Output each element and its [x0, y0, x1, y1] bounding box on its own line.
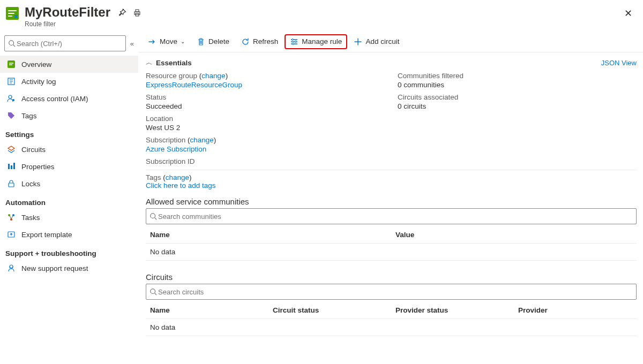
- sidebar: « Overview Activity log Access control (…: [0, 31, 138, 364]
- sidebar-item-access-control[interactable]: Access control (IAM): [0, 90, 138, 107]
- move-button[interactable]: Move ⌄: [144, 35, 189, 48]
- table-row: No data: [146, 319, 637, 336]
- communities-col-name[interactable]: Name: [146, 226, 391, 244]
- button-label: Manage rule: [302, 37, 342, 46]
- sidebar-item-new-support-request[interactable]: New support request: [0, 260, 138, 277]
- change-subscription-link[interactable]: change: [190, 136, 214, 144]
- sidebar-section-support: Support + troubleshooting: [0, 243, 138, 260]
- sidebar-item-label: Access control (IAM): [21, 95, 88, 103]
- manage-rule-icon: [290, 37, 298, 46]
- sidebar-item-label: Properties: [21, 163, 55, 171]
- circuits-col-status[interactable]: Circuit status: [268, 302, 391, 319]
- properties-icon: [6, 162, 16, 171]
- move-icon: [148, 37, 156, 46]
- essentials-header[interactable]: ︿ Essentials JSON View: [146, 56, 637, 70]
- sidebar-item-tags[interactable]: Tags: [0, 107, 138, 124]
- sidebar-search[interactable]: [4, 35, 126, 51]
- title-block: MyRouteFilter Route filter: [25, 5, 110, 28]
- change-tags-link[interactable]: change: [166, 173, 189, 181]
- table-row: No data: [146, 244, 637, 261]
- button-label: Move: [160, 37, 177, 46]
- communities-filtered-value: 0 communities: [398, 81, 637, 89]
- sidebar-item-tasks[interactable]: Tasks: [0, 209, 138, 226]
- communities-table: Name Value No data: [146, 226, 637, 261]
- circuits-associated-label: Circuits associated: [398, 93, 637, 101]
- essentials-label: Essentials: [156, 59, 192, 67]
- sidebar-item-circuits[interactable]: Circuits: [0, 141, 138, 158]
- svg-rect-12: [13, 163, 15, 169]
- circuits-search[interactable]: [146, 284, 637, 300]
- blade-header: MyRouteFilter Route filter ✕: [0, 0, 643, 31]
- subscription-value[interactable]: Azure Subscription: [146, 145, 206, 153]
- collapse-sidebar-icon[interactable]: «: [130, 40, 134, 48]
- tags-row: Tags (change) Click here to add tags: [146, 170, 637, 193]
- sidebar-item-label: Activity log: [21, 78, 56, 86]
- no-data-cell: No data: [146, 244, 637, 261]
- tasks-icon: [6, 213, 16, 222]
- manage-rule-button[interactable]: Manage rule: [286, 35, 346, 48]
- essentials-grid: Resource group (change) ExpressRouteReso…: [146, 70, 637, 170]
- communities-search[interactable]: [146, 208, 637, 224]
- svg-point-22: [151, 214, 155, 218]
- refresh-icon: [241, 37, 250, 46]
- json-view-link[interactable]: JSON View: [601, 59, 637, 67]
- sidebar-item-label: Overview: [21, 60, 51, 69]
- sidebar-item-properties[interactable]: Properties: [0, 158, 138, 175]
- circuits-col-name[interactable]: Name: [146, 302, 268, 319]
- no-data-cell: No data: [146, 319, 637, 336]
- overview-icon: [6, 59, 16, 69]
- sidebar-item-overview[interactable]: Overview: [0, 56, 138, 73]
- pin-icon[interactable]: [118, 9, 126, 17]
- circuits-col-provider[interactable]: Provider: [514, 302, 637, 319]
- page-subtitle: Route filter: [25, 20, 110, 28]
- circuits-col-provider-status[interactable]: Provider status: [391, 302, 514, 319]
- close-icon[interactable]: ✕: [620, 5, 637, 21]
- svg-rect-10: [8, 164, 10, 169]
- sidebar-item-export-template[interactable]: Export template: [0, 226, 138, 243]
- communities-search-input[interactable]: [157, 212, 633, 221]
- subscription-id-label: Subscription ID: [146, 157, 385, 165]
- delete-button[interactable]: Delete: [192, 35, 234, 48]
- add-circuit-button[interactable]: Add circuit: [349, 35, 403, 48]
- sidebar-item-locks[interactable]: Locks: [0, 175, 138, 192]
- button-label: Delete: [208, 37, 229, 46]
- command-bar: Move ⌄ Delete Refresh Manage rule Add ci…: [138, 31, 643, 52]
- sidebar-search-input[interactable]: [16, 39, 122, 48]
- status-label: Status: [146, 93, 385, 101]
- sidebar-section-settings: Settings: [0, 124, 138, 141]
- svg-point-8: [9, 95, 12, 98]
- lock-icon: [6, 179, 16, 188]
- change-resource-group-link[interactable]: change: [201, 72, 225, 80]
- svg-point-19: [292, 39, 294, 40]
- tags-label: Tags: [146, 173, 161, 181]
- delete-icon: [197, 37, 205, 46]
- refresh-button[interactable]: Refresh: [237, 35, 282, 48]
- resource-group-label: Resource group: [146, 72, 197, 80]
- route-filter-icon: [4, 5, 20, 21]
- resource-group-value[interactable]: ExpressRouteResourceGroup: [146, 81, 242, 89]
- svg-rect-2: [136, 10, 139, 12]
- circuits-section-title: Circuits: [146, 268, 637, 284]
- add-icon: [354, 37, 362, 46]
- chevron-down-icon: ⌄: [181, 39, 185, 44]
- sidebar-item-label: New support request: [21, 264, 88, 272]
- svg-point-21: [293, 43, 294, 44]
- button-label: Refresh: [253, 37, 278, 46]
- circuits-associated-value: 0 circuits: [398, 102, 637, 110]
- page-title: MyRouteFilter: [25, 5, 110, 19]
- svg-point-24: [151, 289, 155, 294]
- circuits-search-input[interactable]: [157, 287, 633, 297]
- add-tags-link[interactable]: Click here to add tags: [146, 181, 216, 189]
- communities-col-value[interactable]: Value: [391, 226, 637, 244]
- svg-line-25: [155, 293, 157, 295]
- search-icon: [149, 288, 157, 295]
- print-icon[interactable]: [133, 9, 141, 17]
- svg-point-20: [295, 41, 297, 42]
- main-content: Move ⌄ Delete Refresh Manage rule Add ci…: [138, 31, 643, 364]
- export-template-icon: [6, 230, 16, 239]
- chevron-up-icon: ︿: [146, 58, 153, 67]
- sidebar-item-label: Tasks: [21, 214, 40, 222]
- svg-line-23: [155, 218, 157, 220]
- svg-rect-11: [11, 165, 12, 169]
- sidebar-item-activity-log[interactable]: Activity log: [0, 73, 138, 90]
